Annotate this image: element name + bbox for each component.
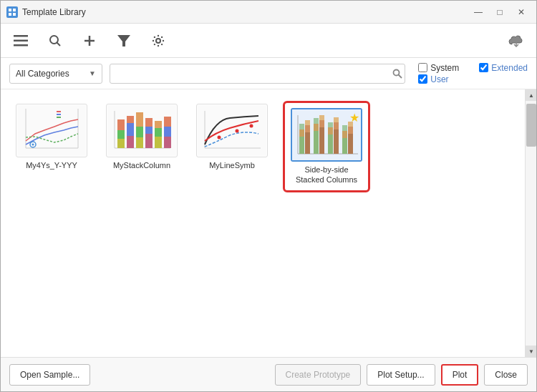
open-sample-button[interactable]: Open Sample...	[9, 364, 90, 386]
svg-point-14	[158, 44, 159, 46]
svg-rect-74	[319, 115, 324, 120]
search-container	[110, 64, 405, 84]
search-input[interactable]	[110, 64, 405, 84]
svg-rect-3	[13, 13, 16, 16]
template-card-1[interactable]: My4Ys_Y-YYY	[12, 101, 91, 192]
svg-rect-70	[314, 124, 319, 131]
svg-point-20	[154, 43, 155, 44]
settings-button[interactable]	[147, 29, 170, 52]
close-window-button[interactable]: ✕	[512, 4, 531, 20]
svg-rect-71	[314, 118, 319, 124]
user-checkbox[interactable]	[418, 74, 427, 84]
add-button[interactable]	[78, 29, 101, 52]
svg-rect-69	[314, 131, 319, 154]
menu-button[interactable]	[9, 29, 32, 52]
cloud-button[interactable]	[505, 29, 528, 52]
plot-setup-button[interactable]: Plot Setup...	[367, 364, 435, 386]
svg-rect-1	[13, 9, 16, 11]
svg-rect-84	[348, 134, 353, 154]
svg-line-23	[399, 74, 402, 78]
template-grid: My4Ys_Y-YYY	[1, 89, 525, 357]
template-card-4[interactable]: ★	[287, 105, 366, 188]
svg-rect-53	[164, 137, 171, 148]
search-toolbar-button[interactable]	[44, 29, 67, 52]
svg-rect-52	[164, 127, 171, 137]
svg-point-17	[154, 36, 155, 37]
plot-button[interactable]: Plot	[441, 364, 479, 386]
search-submit-button[interactable]	[392, 69, 402, 79]
window-title: Template Library	[22, 7, 469, 17]
svg-rect-64	[299, 129, 304, 137]
minimize-button[interactable]: —	[469, 4, 488, 20]
svg-rect-80	[334, 117, 339, 122]
svg-rect-42	[136, 112, 143, 127]
svg-rect-39	[127, 116, 134, 123]
extended-label[interactable]: Extended	[491, 63, 528, 73]
svg-point-19	[161, 36, 163, 37]
svg-rect-51	[164, 117, 171, 127]
svg-rect-78	[334, 129, 339, 154]
extended-checkbox[interactable]	[479, 63, 488, 72]
svg-rect-30	[57, 111, 61, 112]
scroll-down-button[interactable]: ▼	[526, 346, 536, 357]
svg-point-57	[218, 136, 221, 139]
svg-rect-0	[9, 9, 11, 11]
svg-rect-36	[117, 119, 125, 130]
svg-rect-41	[127, 136, 134, 148]
svg-rect-6	[14, 44, 28, 46]
svg-point-13	[158, 34, 159, 36]
create-prototype-button[interactable]: Create Prototype	[275, 364, 362, 386]
highlighted-card-ring: ★	[283, 101, 370, 192]
filter-checkboxes: System Extended User	[418, 63, 528, 84]
svg-point-7	[50, 36, 58, 44]
template-name-3: MyLineSymb	[209, 160, 255, 170]
system-check-row: System Extended	[418, 63, 528, 73]
category-dropdown[interactable]: All Categories ▼	[9, 64, 102, 84]
svg-point-29	[32, 144, 34, 146]
template-thumb-1	[16, 104, 87, 157]
svg-rect-2	[9, 13, 11, 16]
main-window: Template Library — □ ✕	[0, 0, 537, 392]
filter-icon	[117, 35, 130, 46]
cloud-icon	[508, 34, 525, 47]
svg-rect-38	[117, 139, 125, 148]
svg-rect-31	[57, 114, 61, 115]
close-button[interactable]: Close	[484, 364, 528, 386]
toolbar	[1, 24, 536, 58]
menu-icon	[14, 35, 28, 46]
template-card-3[interactable]: MyLineSymb	[193, 101, 271, 192]
svg-rect-73	[319, 120, 324, 127]
template-thumb-3	[196, 104, 268, 157]
svg-rect-46	[145, 127, 153, 134]
template-thumb-4: ★	[291, 108, 362, 162]
titlebar: Template Library — □ ✕	[1, 1, 536, 24]
template-card-2[interactable]: MyStackColumn	[102, 101, 181, 192]
scroll-up-button[interactable]: ▲	[526, 89, 536, 101]
svg-rect-32	[57, 117, 61, 118]
svg-rect-44	[136, 137, 143, 148]
maximize-button[interactable]: □	[490, 4, 509, 20]
star-badge: ★	[349, 111, 359, 124]
user-check-row: User	[418, 74, 528, 84]
user-label[interactable]: User	[430, 74, 448, 84]
scrollbar-track	[526, 101, 536, 346]
svg-point-22	[394, 69, 400, 75]
filter-button[interactable]	[112, 29, 135, 52]
system-label[interactable]: System	[430, 63, 459, 73]
svg-rect-85	[348, 127, 353, 134]
category-label: All Categories	[16, 69, 69, 79]
dropdown-arrow-icon: ▼	[89, 69, 96, 77]
footer: Open Sample... Create Prototype Plot Set…	[1, 357, 536, 391]
svg-rect-40	[127, 123, 134, 136]
template-thumb-2	[106, 104, 178, 157]
svg-rect-81	[342, 138, 347, 154]
window-controls: — □ ✕	[469, 4, 531, 20]
system-checkbox[interactable]	[418, 63, 427, 72]
svg-rect-79	[334, 122, 339, 129]
scrollbar-thumb[interactable]	[526, 104, 536, 147]
svg-rect-83	[342, 125, 347, 131]
svg-rect-49	[155, 128, 162, 137]
svg-rect-66	[305, 132, 310, 154]
svg-rect-47	[145, 134, 153, 148]
svg-rect-68	[305, 120, 310, 125]
